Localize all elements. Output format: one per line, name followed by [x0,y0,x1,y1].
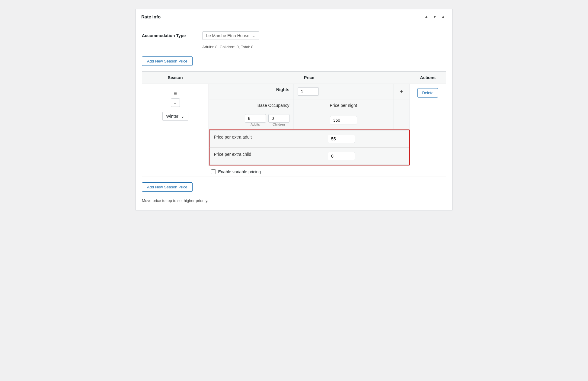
accommodation-type-value: Le Marche Etna House [206,33,249,38]
chevron-down-icon: ⌄ [174,101,177,105]
extra-child-input[interactable] [328,152,355,160]
extra-child-input-cell [294,148,389,165]
expand-row-button[interactable]: ⌄ [171,98,180,107]
table-row: ≡ ⌄ Winter ⌄ [142,84,446,177]
spacer4 [389,148,409,165]
panel-header: Rate Info ▲ ▼ ▲ [136,9,452,24]
extra-child-row: Price per extra child [209,148,409,165]
season-select[interactable]: Winter ⌄ [162,112,188,121]
panel-body: Accommodation Type Le Marche Etna House … [136,24,452,210]
accommodation-type-label: Accommodation Type [142,33,202,38]
add-season-price-button-bottom[interactable]: Add New Season Price [142,182,193,192]
price-per-night-label: Price per night [330,103,357,108]
extra-prices-td: Price per extra adult Price [209,130,410,166]
table-header-row: Season Price Actions [142,72,446,84]
children-group: Children [268,114,289,126]
spacer3 [389,130,409,148]
add-night-button[interactable]: + [398,87,406,97]
variable-pricing-row: Enable variable pricing [209,166,410,177]
delete-button[interactable]: Delete [417,88,438,98]
spacer-cell [394,100,410,111]
footer-note: Move price to top to set higher priority… [142,197,446,203]
season-table: Season Price Actions ≡ ⌄ [142,71,446,177]
base-occ-inputs-row: Adults Children [209,111,410,130]
collapse-down-button[interactable]: ▼ [431,14,438,20]
season-column-header: Season [142,72,209,84]
variable-pricing-checkbox[interactable] [211,169,216,174]
chevron-down-icon: ⌄ [181,114,184,119]
price-per-night-label-cell: Price per night [293,100,394,111]
accommodation-info: Adults: 8, Children: 0, Total: 8 [202,45,446,49]
base-occ-inputs-cell: Adults Children [209,111,293,130]
add-season-price-button-top[interactable]: Add New Season Price [142,56,193,66]
adults-group: Adults [245,114,266,126]
extra-adult-input[interactable] [328,135,355,143]
season-value: Winter [166,114,178,119]
extra-adult-label: Price per extra adult [209,130,294,148]
drag-handle-icon[interactable]: ≡ [174,91,177,96]
season-cell: ≡ ⌄ Winter ⌄ [142,84,209,177]
actions-cell: Delete [410,84,446,177]
nights-value-cell [293,84,394,100]
adults-input[interactable] [245,114,266,123]
rate-info-panel: Rate Info ▲ ▼ ▲ Accommodation Type Le Ma… [136,9,452,210]
collapse-up-button[interactable]: ▲ [423,14,430,20]
spacer2-cell [394,111,410,130]
price-per-night-input-cell [293,111,394,130]
extra-table: Price per extra adult Price [209,130,409,165]
extra-child-label: Price per extra child [209,148,294,165]
price-column-header: Price [209,72,410,84]
nights-input[interactable] [298,87,319,96]
base-occupancy-row: Base Occupancy Price per night [209,100,410,111]
season-controls: ≡ ⌄ [146,88,205,107]
price-cell: Nights + Base Occupancy [209,84,410,177]
toggle-button[interactable]: ▲ [439,14,447,20]
accommodation-type-select[interactable]: Le Marche Etna House ⌄ [202,31,259,40]
nights-row: Nights + [209,84,410,100]
base-occupancy-label: Base Occupancy [209,100,293,111]
base-occ-inputs: Adults Children [213,114,289,126]
accommodation-type-row: Accommodation Type Le Marche Etna House … [142,31,446,40]
actions-column-header: Actions [410,72,446,84]
price-grid: Nights + Base Occupancy [209,84,410,166]
adults-label: Adults [251,123,260,126]
children-input[interactable] [268,114,289,123]
price-per-night-input[interactable] [330,116,357,124]
panel-header-controls: ▲ ▼ ▲ [423,14,447,20]
variable-pricing-label: Enable variable pricing [218,169,261,174]
plus-cell: + [394,84,410,100]
nights-label: Nights [209,84,293,100]
chevron-down-icon: ⌄ [252,33,255,38]
extra-section-container: Price per extra adult Price [209,130,410,165]
extra-prices-section: Price per extra adult Price [209,130,410,166]
extra-adult-input-cell [294,130,389,148]
extra-adult-row: Price per extra adult [209,130,409,148]
panel-title: Rate Info [141,14,161,19]
children-label: Children [273,123,285,126]
